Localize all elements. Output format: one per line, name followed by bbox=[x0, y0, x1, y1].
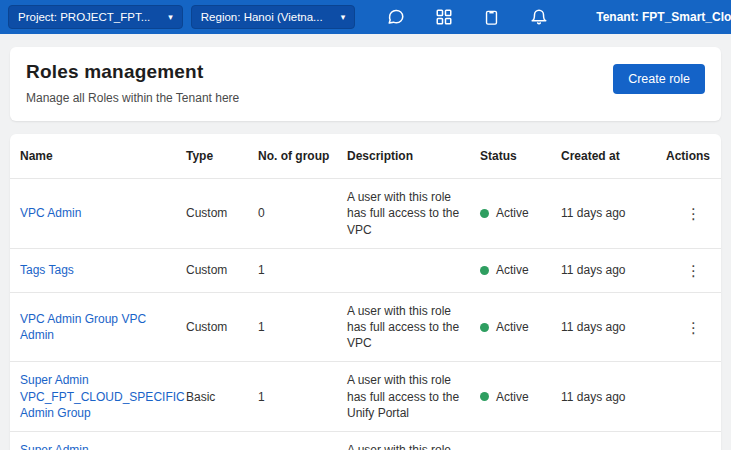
role-created-cell: 11 days ago bbox=[561, 252, 666, 288]
column-header-type: Type bbox=[186, 134, 258, 178]
main-content: Roles management Manage all Roles within… bbox=[0, 34, 731, 450]
role-type-cell: Custom bbox=[186, 309, 258, 345]
column-header-status: Status bbox=[480, 134, 561, 178]
table-row: VPC Admin Group VPC Admin Custom 1 A use… bbox=[10, 292, 721, 362]
role-description-cell: A user with this role has full access to… bbox=[347, 179, 480, 248]
table-body: VPC Admin Custom 0 A user with this role… bbox=[10, 178, 721, 450]
role-type-cell: Basic bbox=[186, 379, 258, 415]
role-group-count-cell: 1 bbox=[258, 309, 347, 345]
role-name-link[interactable]: VPC Admin Group VPC Admin bbox=[20, 312, 146, 342]
column-header-description: Description bbox=[347, 134, 480, 178]
status-label: Active bbox=[496, 205, 529, 221]
role-status-cell: Active bbox=[480, 252, 561, 288]
topbar-icons bbox=[385, 6, 550, 28]
column-header-created: Created at bbox=[561, 134, 666, 178]
row-actions-kebab-button[interactable]: ⋮ bbox=[680, 260, 707, 281]
chevron-down-icon: ▾ bbox=[168, 13, 173, 22]
role-group-count-cell: 0 bbox=[258, 195, 347, 231]
role-status-cell: Active bbox=[480, 309, 561, 345]
project-selector-label: Project: PROJECT_FPT... bbox=[18, 11, 150, 23]
status-dot-icon bbox=[480, 392, 489, 401]
role-type-cell: Custom bbox=[186, 195, 258, 231]
topbar: Project: PROJECT_FPT... ▾ Region: Hanoi … bbox=[0, 0, 731, 34]
chevron-down-icon: ▾ bbox=[341, 13, 346, 22]
table-row: VPC Admin Custom 0 A user with this role… bbox=[10, 178, 721, 248]
clipboard-icon[interactable] bbox=[481, 6, 502, 28]
status-label: Active bbox=[496, 389, 529, 405]
project-selector[interactable]: Project: PROJECT_FPT... ▾ bbox=[8, 5, 183, 29]
status-label: Active bbox=[496, 319, 529, 335]
role-name-link[interactable]: VPC Admin bbox=[20, 206, 81, 220]
column-header-name: Name bbox=[20, 134, 186, 178]
role-name-link[interactable]: Super Admin VPC_FPT_CLOUD_SPECIFIC Admin… bbox=[20, 373, 185, 419]
column-header-groups: No. of group bbox=[258, 134, 347, 178]
roles-table: Name Type No. of group Description Statu… bbox=[10, 134, 721, 450]
role-type-cell: Custom bbox=[186, 252, 258, 288]
page-title: Roles management bbox=[26, 61, 239, 83]
support-chat-icon[interactable] bbox=[385, 6, 407, 28]
role-created-cell: 11 days ago bbox=[561, 195, 666, 231]
role-group-count-cell: 1 bbox=[258, 379, 347, 415]
apps-grid-icon[interactable] bbox=[433, 6, 455, 28]
role-name-link[interactable]: Super Admin VPC_FPT_CLOUD_GENERAL Admin … bbox=[20, 443, 186, 450]
role-name-link[interactable]: Tags Tags bbox=[20, 263, 74, 277]
tenant-selector-label: Tenant: FPT_Smart_Cloud_Demo bbox=[596, 10, 731, 24]
table-row: Super Admin VPC_FPT_CLOUD_GENERAL Admin … bbox=[10, 431, 721, 450]
status-label: Active bbox=[496, 262, 529, 278]
column-header-actions: Actions bbox=[666, 134, 721, 178]
role-status-cell: Active bbox=[480, 195, 561, 231]
status-dot-icon bbox=[480, 323, 489, 332]
page-header-card: Roles management Manage all Roles within… bbox=[10, 47, 721, 121]
role-status-cell: Active bbox=[480, 379, 561, 415]
notifications-bell-icon[interactable] bbox=[528, 6, 550, 28]
table-row: Super Admin VPC_FPT_CLOUD_SPECIFIC Admin… bbox=[10, 361, 721, 431]
row-actions-kebab-button[interactable]: ⋮ bbox=[680, 203, 707, 224]
role-description-cell: A user with this role has full access to… bbox=[347, 293, 480, 362]
role-group-count-cell: 1 bbox=[258, 252, 347, 288]
status-dot-icon bbox=[480, 209, 489, 218]
table-header-row: Name Type No. of group Description Statu… bbox=[10, 134, 721, 178]
status-dot-icon bbox=[480, 266, 489, 275]
role-description-cell: A user with this role has full access to… bbox=[347, 362, 480, 431]
role-description-cell bbox=[347, 260, 480, 280]
table-row: Tags Tags Custom 1 Active 11 days ago ⋮ bbox=[10, 248, 721, 292]
page-subtitle: Manage all Roles within the Tenant here bbox=[26, 91, 239, 105]
role-description-cell: A user with this role has full access to… bbox=[347, 432, 480, 450]
create-role-button[interactable]: Create role bbox=[613, 64, 705, 94]
region-selector[interactable]: Region: Hanoi (Vietna... ▾ bbox=[191, 5, 355, 29]
role-created-cell: 11 days ago bbox=[561, 309, 666, 345]
region-selector-label: Region: Hanoi (Vietna... bbox=[201, 11, 323, 23]
row-actions-kebab-button[interactable]: ⋮ bbox=[680, 317, 707, 338]
role-created-cell: 11 days ago bbox=[561, 379, 666, 415]
tenant-selector[interactable]: Tenant: FPT_Smart_Cloud_Demo ▾ bbox=[596, 10, 731, 24]
